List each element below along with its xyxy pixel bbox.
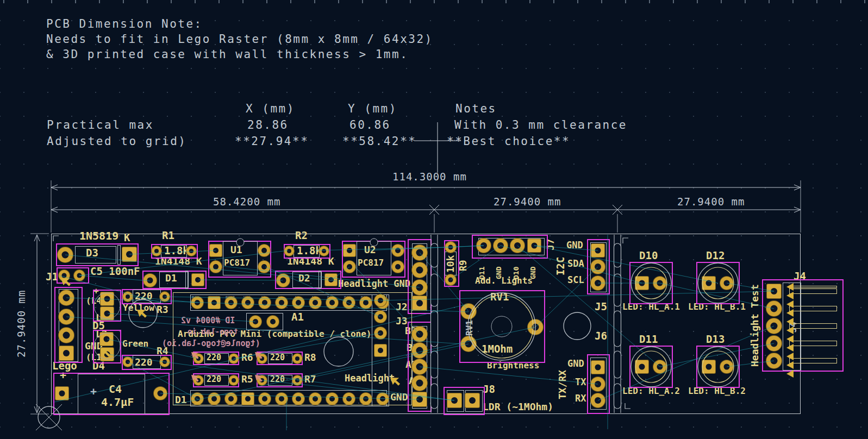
pad[interactable] — [720, 360, 734, 374]
pad[interactable] — [224, 392, 238, 405]
label-add-lights[interactable]: Add. Lights — [475, 277, 533, 285]
pad[interactable] — [100, 306, 114, 321]
pad[interactable] — [359, 392, 372, 405]
pad[interactable] — [100, 292, 114, 306]
label-114-3000-mm[interactable]: 114.3000 mm — [392, 172, 467, 182]
pad[interactable] — [241, 296, 254, 309]
pad[interactable] — [186, 246, 197, 256]
pad[interactable] — [653, 276, 667, 290]
label-c5-100nf[interactable]: C5 100nF — [90, 266, 140, 277]
pad[interactable] — [99, 332, 114, 346]
pad[interactable] — [258, 260, 271, 273]
pad[interactable] — [374, 344, 387, 357]
pad[interactable] — [159, 356, 170, 367]
pad[interactable] — [391, 244, 404, 257]
pad[interactable] — [193, 375, 204, 386]
pad[interactable] — [122, 356, 133, 367]
pad[interactable] — [209, 260, 222, 273]
pad[interactable] — [324, 273, 338, 286]
pad[interactable] — [292, 392, 305, 405]
pad[interactable] — [766, 300, 782, 317]
label-58-4200-mm[interactable]: 58.4200 mm — [213, 197, 280, 207]
pad[interactable] — [342, 296, 355, 309]
pad[interactable] — [411, 279, 428, 296]
pad[interactable] — [241, 392, 254, 405]
label-notes[interactable]: Notes — [455, 103, 497, 115]
fab-outline[interactable] — [161, 245, 187, 258]
pad[interactable] — [702, 360, 716, 374]
label-k[interactable]: K — [124, 233, 130, 243]
label-sda[interactable]: SDA — [567, 259, 584, 268]
pad[interactable] — [447, 393, 462, 408]
label-gnd[interactable]: GND — [567, 359, 584, 368]
pad[interactable] — [258, 392, 271, 405]
silk-outline[interactable] — [789, 286, 837, 288]
pad[interactable] — [257, 375, 267, 386]
label-scl[interactable]: SCL — [567, 275, 584, 285]
pad[interactable] — [208, 296, 221, 309]
pad[interactable] — [476, 238, 491, 253]
label-tx-rx[interactable]: TX/RX — [558, 370, 567, 399]
pad[interactable] — [374, 327, 387, 340]
label-r2[interactable]: R2 — [295, 230, 308, 241]
pad[interactable] — [100, 347, 114, 361]
fab-outline[interactable] — [75, 246, 116, 264]
pad[interactable] — [590, 275, 605, 291]
silk-outline[interactable] — [789, 358, 837, 363]
label-d11[interactable]: D11 — [639, 334, 658, 344]
pad[interactable] — [191, 273, 204, 286]
pad[interactable] — [766, 284, 782, 299]
pad[interactable] — [445, 241, 457, 253]
pad[interactable] — [359, 296, 372, 309]
pad[interactable] — [766, 318, 782, 334]
pad[interactable] — [343, 260, 356, 273]
pad[interactable] — [284, 246, 295, 256]
pad[interactable] — [151, 246, 162, 256]
silk-outline[interactable] — [789, 306, 837, 311]
pad[interactable] — [309, 296, 322, 309]
pad[interactable] — [702, 276, 716, 290]
pad[interactable] — [73, 269, 85, 281]
label-ldr-1mohm[interactable]: LDR (~1MOhm) — [483, 402, 553, 412]
pad[interactable] — [58, 327, 74, 343]
pad[interactable] — [292, 375, 303, 386]
pad[interactable] — [208, 392, 221, 405]
pad[interactable] — [275, 392, 288, 405]
label-i2c[interactable]: I2C — [555, 257, 566, 275]
pad[interactable] — [460, 303, 477, 319]
pad[interactable] — [191, 296, 204, 309]
pad[interactable] — [57, 247, 73, 263]
pad[interactable] — [58, 290, 74, 306]
pad[interactable] — [122, 291, 133, 302]
label-tx[interactable]: TX — [575, 378, 586, 387]
pad[interactable] — [411, 244, 428, 261]
label-with-0-3-mm-clearance[interactable]: With 0.3 mm clearance — [454, 120, 627, 131]
pad[interactable] — [257, 353, 267, 364]
pad[interactable] — [191, 392, 204, 405]
pad[interactable] — [258, 296, 271, 309]
pad[interactable] — [292, 353, 303, 364]
pad[interactable] — [460, 336, 477, 352]
label-60-86[interactable]: 60.86 — [349, 120, 391, 131]
pad[interactable] — [258, 244, 271, 257]
pad[interactable] — [58, 309, 74, 325]
pad[interactable] — [326, 296, 339, 309]
pad[interactable] — [224, 296, 238, 309]
label-y-mm[interactable]: Y (mm) — [348, 103, 397, 115]
pad[interactable] — [766, 353, 782, 369]
label-28-86[interactable]: 28.86 — [247, 120, 289, 131]
pad[interactable] — [635, 360, 649, 374]
pad[interactable] — [445, 274, 457, 286]
pad[interactable] — [590, 393, 605, 408]
pad[interactable] — [411, 326, 428, 342]
pcb-editor-canvas[interactable]: PCB Dimension Note:Needs to fit in Lego … — [0, 0, 868, 439]
label-r1[interactable]: R1 — [162, 230, 174, 241]
pad[interactable] — [342, 392, 355, 405]
pad[interactable] — [249, 315, 262, 328]
label-green[interactable]: Green — [122, 340, 148, 348]
label-d12[interactable]: D12 — [706, 250, 725, 261]
pad[interactable] — [55, 386, 69, 400]
pad[interactable] — [412, 392, 427, 407]
pad[interactable] — [122, 247, 137, 262]
label-27-9400-mm[interactable]: 27.9400 mm — [494, 197, 561, 207]
